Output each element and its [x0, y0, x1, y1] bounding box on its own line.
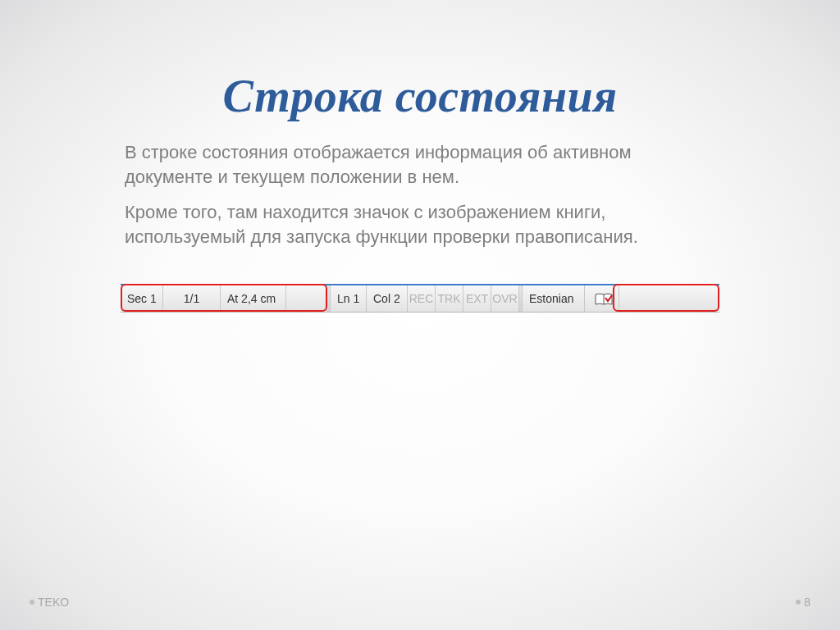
slide: Строка состояния В строке состояния отоб…: [0, 0, 840, 630]
book-spellcheck-icon: [595, 293, 609, 304]
footer-page: 8: [796, 596, 810, 609]
bullet-icon: [796, 600, 801, 605]
statusbar-spacer: [286, 285, 327, 312]
statusbar-section[interactable]: Sec 1: [121, 285, 163, 312]
statusbar-mode-rec[interactable]: REC: [408, 285, 436, 312]
statusbar-end: [619, 285, 632, 312]
statusbar-column[interactable]: Col 2: [367, 285, 408, 312]
statusbar-spellcheck[interactable]: [585, 285, 619, 312]
statusbar-language[interactable]: Estonian: [523, 285, 585, 312]
statusbar-figure: Sec 1 1/1 At 2,4 cm Ln 1 Col 2 REC TRK E…: [121, 284, 719, 313]
footer-brand-label: TEKO: [38, 596, 69, 609]
body-text: В строке состояния отображается информац…: [125, 140, 715, 249]
paragraph-1: В строке состояния отображается информац…: [125, 140, 715, 190]
statusbar-line[interactable]: Ln 1: [331, 285, 367, 312]
statusbar-mode-ovr[interactable]: OVR: [491, 285, 519, 312]
statusbar-page[interactable]: 1/1: [163, 285, 221, 312]
footer-brand: TEKO: [30, 596, 69, 609]
statusbar: Sec 1 1/1 At 2,4 cm Ln 1 Col 2 REC TRK E…: [121, 284, 719, 313]
statusbar-at[interactable]: At 2,4 cm: [221, 285, 286, 312]
bullet-icon: [30, 600, 34, 605]
slide-title: Строка состояния: [49, 70, 791, 122]
statusbar-mode-ext[interactable]: EXT: [463, 285, 491, 312]
statusbar-mode-trk[interactable]: TRK: [436, 285, 463, 312]
footer-page-number: 8: [804, 596, 810, 609]
paragraph-2: Кроме того, там находится значок с изобр…: [125, 200, 715, 250]
